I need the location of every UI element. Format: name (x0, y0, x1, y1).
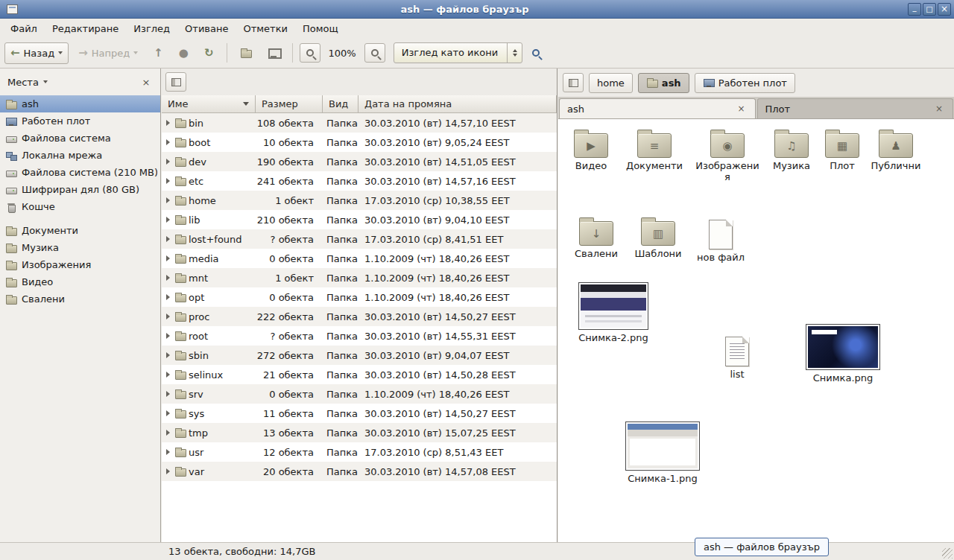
table-row[interactable]: lib210 обектаПапка30.03.2010 (вт) 9,04,1… (162, 210, 557, 229)
sidebar-item[interactable]: Файлова система (210 MB) (0, 164, 160, 181)
sidebar-item[interactable]: Свалени (0, 290, 160, 308)
menu-item[interactable]: Изглед (126, 20, 177, 37)
sidebar-item[interactable]: Работен плот (0, 112, 160, 130)
icon-view-item[interactable]: list (705, 334, 769, 381)
sidebar-item[interactable]: Документи (0, 222, 160, 239)
stop-button[interactable]: ● (173, 42, 195, 64)
table-row[interactable]: proc222 обектаПапка30.03.2010 (вт) 14,50… (162, 307, 557, 326)
path-button[interactable]: Работен плот (695, 73, 795, 93)
pathbar-pane-button[interactable] (563, 73, 584, 92)
back-button[interactable]: ← Назад (4, 42, 69, 64)
search-button[interactable] (526, 42, 546, 64)
tab[interactable]: Плот (757, 98, 954, 118)
column-header[interactable]: Вид (323, 95, 358, 113)
table-row[interactable]: media0 обектаПапка1.10.2009 (чт) 18,40,2… (162, 249, 557, 268)
table-row[interactable]: opt0 обектаПапка1.10.2009 (чт) 18,40,26 … (162, 287, 557, 307)
menu-item[interactable]: Файл (3, 20, 45, 37)
view-mode-stepper[interactable] (507, 43, 522, 63)
icon-view-item[interactable]: ♟Публични (864, 129, 928, 172)
icon-view-item[interactable]: нов файл (689, 217, 753, 264)
expander-icon[interactable] (166, 197, 170, 203)
icon-view-item[interactable]: Снимка-1.png (625, 421, 700, 485)
column-header[interactable]: Размер (256, 95, 323, 113)
expander-icon[interactable] (166, 391, 170, 397)
sidebar-item[interactable]: Файлова система (0, 130, 160, 147)
menu-item[interactable]: Редактиране (45, 20, 126, 37)
expander-icon[interactable] (166, 430, 170, 436)
expander-icon[interactable] (166, 255, 170, 261)
forward-button[interactable]: → Напред (72, 42, 144, 64)
table-row[interactable]: lost+found? обектаПапка17.03.2010 (ср) 8… (162, 229, 557, 249)
minimize-button[interactable] (908, 3, 921, 16)
sidebar-item[interactable]: Видео (0, 273, 160, 290)
maximize-button[interactable] (923, 3, 936, 16)
table-row[interactable]: selinux21 обектаПапка30.03.2010 (вт) 14,… (162, 365, 557, 384)
path-button[interactable]: home (589, 73, 633, 93)
sidebar-item[interactable]: Локална мрежа (0, 147, 160, 164)
expander-icon[interactable] (166, 236, 170, 242)
table-row[interactable]: root? обектаПапка30.03.2010 (вт) 14,55,3… (162, 326, 557, 346)
icon-view-item[interactable]: Снимка.png (806, 324, 880, 384)
resize-grip[interactable] (942, 548, 953, 559)
expander-icon[interactable] (166, 410, 170, 416)
folder-icon (174, 465, 186, 477)
table-row[interactable]: sys11 обектаПапка30.03.2010 (вт) 14,50,2… (162, 404, 557, 423)
zoom-out-button[interactable] (300, 43, 320, 63)
table-row[interactable]: usr12 обектаПапка17.03.2010 (ср) 8,51,43… (162, 442, 557, 462)
menu-item[interactable]: Отиване (177, 20, 236, 37)
expander-icon[interactable] (166, 352, 170, 358)
expander-icon[interactable] (166, 333, 170, 339)
table-row[interactable]: tmp13 обектаПапка30.03.2010 (вт) 15,07,2… (162, 423, 557, 442)
table-row[interactable]: home1 обектПапка17.03.2010 (ср) 10,38,55… (162, 191, 557, 210)
computer-button[interactable] (262, 42, 285, 64)
expander-icon[interactable] (166, 449, 170, 455)
sidebar-item[interactable]: ash (0, 95, 160, 112)
expander-icon[interactable] (166, 217, 170, 223)
table-row[interactable]: dev190 обектаПапка30.03.2010 (вт) 14,51,… (162, 152, 557, 171)
expander-icon[interactable] (166, 159, 170, 165)
tab[interactable]: ash (559, 98, 756, 118)
menu-item[interactable]: Отметки (236, 20, 294, 37)
icon-view-item[interactable]: ▥Шаблони (626, 217, 690, 260)
sidebar-item[interactable]: Кошче (0, 198, 160, 215)
sidebar-item[interactable]: Изображения (0, 256, 160, 273)
path-button[interactable]: ash (638, 73, 689, 93)
view-mode-select[interactable]: Изглед като икони (394, 42, 523, 63)
expander-icon[interactable] (166, 468, 170, 474)
up-button[interactable]: ↑ (148, 42, 169, 64)
table-row[interactable]: etc241 обектаПапка30.03.2010 (вт) 14,57,… (162, 171, 557, 191)
expander-icon[interactable] (166, 314, 170, 319)
sidebar-dropdown-icon[interactable] (43, 80, 48, 83)
expander-icon[interactable] (166, 294, 170, 300)
pane-toggle-button[interactable] (165, 72, 186, 92)
expander-icon[interactable] (166, 139, 170, 145)
expander-icon[interactable] (166, 120, 170, 126)
pathbar-buttons: homeashРаботен плот (589, 73, 795, 93)
icon-view-item[interactable]: ◉Изображения (695, 129, 759, 183)
table-row[interactable]: srv0 обектаПапка1.10.2009 (чт) 18,40,26 … (162, 384, 557, 404)
table-row[interactable]: var20 обектаПапка30.03.2010 (вт) 14,57,0… (162, 462, 557, 481)
table-row[interactable]: mnt1 обектПапка1.10.2009 (чт) 18,40,26 E… (162, 268, 557, 287)
tab-close-icon[interactable] (736, 104, 748, 114)
reload-button[interactable]: ↻ (198, 42, 220, 64)
column-header[interactable]: Име (162, 95, 256, 113)
table-row[interactable]: sbin272 обектаПапка30.03.2010 (вт) 9,04,… (162, 346, 557, 365)
icon-view-item[interactable]: ▶Видео (559, 129, 623, 172)
sidebar-item[interactable]: Шифриран дял (80 GB) (0, 181, 160, 198)
home-button[interactable] (234, 42, 258, 64)
close-button[interactable] (938, 3, 951, 16)
zoom-in-button[interactable] (364, 43, 385, 63)
table-row[interactable]: boot10 обектаПапка30.03.2010 (вт) 9,05,2… (162, 133, 557, 152)
sidebar-item[interactable]: Музика (0, 239, 160, 256)
icon-view-item[interactable]: ≡Документи (622, 129, 686, 172)
sidebar-close-icon[interactable] (139, 77, 153, 88)
table-row[interactable]: bin108 обектаПапка30.03.2010 (вт) 14,57,… (162, 113, 557, 133)
expander-icon[interactable] (166, 372, 170, 378)
expander-icon[interactable] (166, 178, 170, 184)
icon-view-item[interactable]: Снимка-2.png (576, 282, 651, 344)
expander-icon[interactable] (166, 275, 170, 281)
menu-item[interactable]: Помощ (295, 20, 346, 37)
tab-close-icon[interactable] (933, 104, 945, 114)
column-header[interactable]: Дата на промяна (358, 95, 557, 113)
icon-view-item[interactable]: ↓Свалени (564, 217, 628, 260)
